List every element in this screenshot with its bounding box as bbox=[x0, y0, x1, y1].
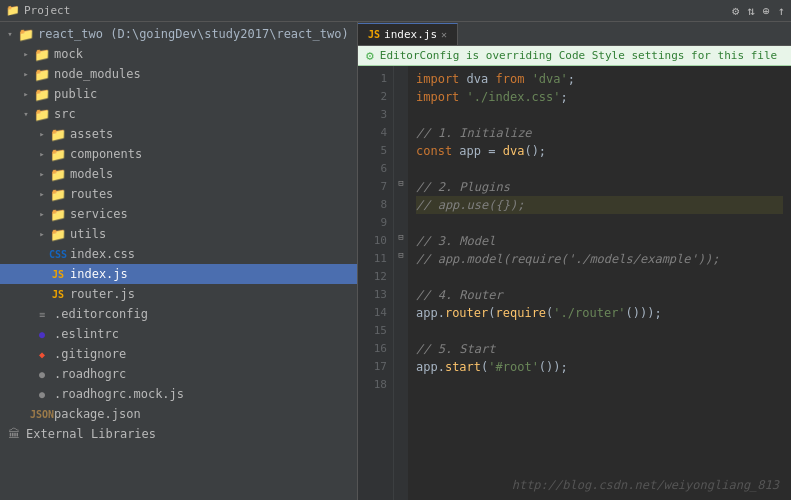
tab-index-js[interactable]: JS index.js ✕ bbox=[358, 23, 458, 45]
tree-item-package_json[interactable]: JSONpackage.json bbox=[0, 404, 357, 424]
tree-item-router_js[interactable]: JSrouter.js bbox=[0, 284, 357, 304]
top-toolbar: 📁 Project ⚙ ⇅ ⊕ ↑ bbox=[0, 0, 791, 22]
line-number-7: 7 bbox=[358, 178, 387, 196]
tree-item-public[interactable]: 📁public bbox=[0, 84, 357, 104]
tree-label-routes: routes bbox=[70, 187, 113, 201]
arrow-gitignore bbox=[20, 348, 32, 360]
fold-line-17 bbox=[394, 354, 408, 372]
code-line-3 bbox=[416, 106, 783, 124]
fold-line-6 bbox=[394, 156, 408, 174]
collapse-icon[interactable]: ↑ bbox=[778, 4, 785, 18]
arrow-roadhogrc bbox=[20, 368, 32, 380]
token: ( bbox=[546, 304, 553, 322]
token: './router' bbox=[553, 304, 625, 322]
tree-label-services: services bbox=[70, 207, 128, 221]
fold-line-4 bbox=[394, 120, 408, 138]
tree-label-src: src bbox=[54, 107, 76, 121]
code-line-4: // 1. Initialize bbox=[416, 124, 783, 142]
project-label-area: 📁 Project bbox=[6, 4, 70, 17]
folder-icon: 📁 bbox=[50, 206, 66, 222]
arrow-assets bbox=[36, 128, 48, 140]
tree-item-roadhogrc_mock[interactable]: ●.roadhogrc.mock.js bbox=[0, 384, 357, 404]
tree-item-services[interactable]: 📁services bbox=[0, 204, 357, 224]
external-libraries-label: External Libraries bbox=[26, 427, 156, 441]
line-number-13: 13 bbox=[358, 286, 387, 304]
fold-line-18 bbox=[394, 372, 408, 390]
token: // 2. Plugins bbox=[416, 178, 510, 196]
fold-line-8 bbox=[394, 192, 408, 210]
sync-icon[interactable]: ⇅ bbox=[747, 4, 754, 18]
folder-icon: 📁 bbox=[18, 26, 34, 42]
line-number-18: 18 bbox=[358, 376, 387, 394]
folder-icon: 📁 bbox=[34, 86, 50, 102]
tree-item-editorconfig[interactable]: ≡.editorconfig bbox=[0, 304, 357, 324]
tree-item-index_css[interactable]: CSSindex.css bbox=[0, 244, 357, 264]
tree-label-models: models bbox=[70, 167, 113, 181]
folder-icon: 📁 bbox=[50, 126, 66, 142]
tree-label-assets: assets bbox=[70, 127, 113, 141]
code-line-7: // 2. Plugins bbox=[416, 178, 783, 196]
arrow-mock bbox=[20, 48, 32, 60]
token: app bbox=[459, 142, 481, 160]
line-number-10: 10 bbox=[358, 232, 387, 250]
tree-item-index_js[interactable]: JSindex.js bbox=[0, 264, 357, 284]
line-number-2: 2 bbox=[358, 88, 387, 106]
git-icon: ◆ bbox=[34, 346, 50, 362]
tree-label-package_json: package.json bbox=[54, 407, 141, 421]
code-line-1: import dva from 'dva'; bbox=[416, 70, 783, 88]
code-line-15 bbox=[416, 322, 783, 340]
arrow-routes bbox=[36, 188, 48, 200]
arrow-node_modules bbox=[20, 68, 32, 80]
line-number-8: 8 bbox=[358, 196, 387, 214]
road-icon: ● bbox=[34, 366, 50, 382]
code-content[interactable]: import dva from 'dva';import './index.cs… bbox=[408, 66, 791, 500]
code-editor: 123456789101112131415161718 ⊟⊟⊟ import d… bbox=[358, 66, 791, 500]
tree-item-mock[interactable]: 📁mock bbox=[0, 44, 357, 64]
sidebar: 📁react_two (D:\goingDev\study2017\react_… bbox=[0, 22, 358, 500]
token: const bbox=[416, 142, 459, 160]
line-number-4: 4 bbox=[358, 124, 387, 142]
token: ; bbox=[561, 88, 568, 106]
fold-line-15 bbox=[394, 318, 408, 336]
folder-icon: 📁 bbox=[34, 106, 50, 122]
tree-item-routes[interactable]: 📁routes bbox=[0, 184, 357, 204]
folder-icon: 📁 bbox=[50, 166, 66, 182]
tab-close-button[interactable]: ✕ bbox=[441, 29, 447, 40]
fold-line-2 bbox=[394, 84, 408, 102]
token: from bbox=[488, 70, 531, 88]
arrow-src bbox=[20, 108, 32, 120]
token: ; bbox=[568, 70, 575, 88]
tree-item-assets[interactable]: 📁assets bbox=[0, 124, 357, 144]
tree-item-roadhogrc[interactable]: ●.roadhogrc bbox=[0, 364, 357, 384]
tree-item-eslintrc[interactable]: ●.eslintrc bbox=[0, 324, 357, 344]
fold-line-14 bbox=[394, 300, 408, 318]
tree-item-components[interactable]: 📁components bbox=[0, 144, 357, 164]
arrow-eslintrc bbox=[20, 328, 32, 340]
tree-item-react_two[interactable]: 📁react_two (D:\goingDev\study2017\react_… bbox=[0, 24, 357, 44]
code-line-6 bbox=[416, 160, 783, 178]
line-number-3: 3 bbox=[358, 106, 387, 124]
fold-line-13 bbox=[394, 282, 408, 300]
tree-item-utils[interactable]: 📁utils bbox=[0, 224, 357, 244]
arrow-public bbox=[20, 88, 32, 100]
add-icon[interactable]: ⊕ bbox=[763, 4, 770, 18]
tree-item-node_modules[interactable]: 📁node_modules bbox=[0, 64, 357, 84]
css-icon: CSS bbox=[50, 246, 66, 262]
tree-item-gitignore[interactable]: ◆.gitignore bbox=[0, 344, 357, 364]
settings-icon[interactable]: ⚙ bbox=[732, 4, 739, 18]
token: require bbox=[496, 304, 547, 322]
external-libraries[interactable]: 🏛 External Libraries bbox=[0, 424, 357, 444]
fold-line-5 bbox=[394, 138, 408, 156]
fold-line-12 bbox=[394, 264, 408, 282]
arrow-react_two bbox=[4, 28, 16, 40]
editor-area: JS index.js ✕ ⚙ EditorConfig is overridi… bbox=[358, 22, 791, 500]
tree-item-models[interactable]: 📁models bbox=[0, 164, 357, 184]
fold-line-10: ⊟ bbox=[394, 228, 408, 246]
arrow-components bbox=[36, 148, 48, 160]
line-number-12: 12 bbox=[358, 268, 387, 286]
tree-label-roadhogrc_mock: .roadhogrc.mock.js bbox=[54, 387, 184, 401]
token: 'dva' bbox=[532, 70, 568, 88]
arrow-editorconfig bbox=[20, 308, 32, 320]
token: import bbox=[416, 70, 467, 88]
tree-item-src[interactable]: 📁src bbox=[0, 104, 357, 124]
